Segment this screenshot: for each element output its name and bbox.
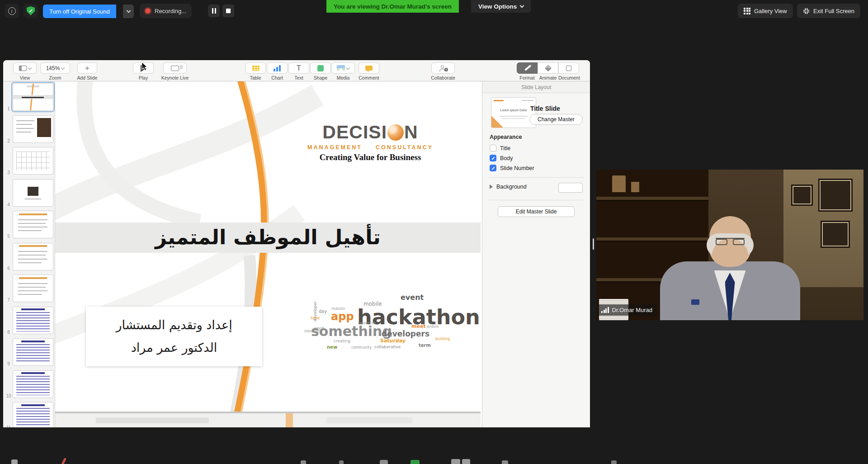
slide-thumbnail-9[interactable]: 9 [3,338,55,367]
slide-thumbnail-10[interactable]: 10 [3,370,55,399]
gallery-grid-icon [744,8,750,14]
animate-diamond-icon [544,65,552,72]
dock-icon[interactable] [11,459,18,464]
exit-fullscreen-icon [803,8,810,14]
change-master-button[interactable]: Change Master [529,114,583,125]
participant-name: Dr.Omar Murad [612,307,653,313]
gallery-view-button[interactable]: Gallery View [738,4,793,18]
gallery-view-label: Gallery View [754,8,787,14]
slide-thumbnail-2[interactable]: 2 [3,115,55,144]
keynote-live-button[interactable]: Keynote Live [158,62,192,80]
dock-icon[interactable] [502,460,508,464]
mouse-cursor [141,62,148,71]
slide-thumbnail-8[interactable]: 8 [3,307,55,336]
recording-label: Recording... [155,8,186,14]
checkbox[interactable] [490,155,496,161]
picture-frame [791,185,812,206]
dock-icon[interactable] [61,458,66,464]
animate-tab[interactable] [538,62,558,74]
document-tab[interactable] [558,62,579,74]
globe-icon [387,124,404,141]
slide-thumbnail-1[interactable]: 1 [3,83,55,112]
dock-icon[interactable] [339,460,344,464]
background-color-well[interactable] [558,183,583,193]
subtitle-textbox[interactable]: إعداد وتقديم المستشار الدكتور عمر مراد [86,307,262,366]
dock-icon[interactable] [451,459,460,464]
chart-button[interactable]: Chart [265,62,289,80]
collaborate-button[interactable]: + Collaborate [427,62,459,80]
slide-number: 1 [6,106,11,111]
disclosure-triangle-icon[interactable] [490,185,493,189]
slide-number: 10 [6,393,11,398]
view-options-button[interactable]: View Options [471,0,531,13]
wordcloud-word: community [351,346,372,350]
shield-check-icon: ✓ [27,6,35,15]
encryption-button[interactable]: ✓ [24,4,38,18]
chevron-down-icon [520,4,524,8]
meeting-info-button[interactable]: i [5,4,19,18]
comment-icon [365,66,373,71]
video-panel-handle[interactable] [593,238,594,250]
table-icon [252,65,259,71]
dock-icon[interactable] [462,459,470,464]
checkbox[interactable] [490,145,496,152]
slide-thumbnail-3[interactable]: 3 [3,147,55,176]
appearance-option-title[interactable]: Title [490,145,510,152]
edit-master-slide-button[interactable]: Edit Master Slide [498,206,575,217]
view-button[interactable]: View [13,62,37,80]
logo-tagline: Creating Value for Business [307,152,434,162]
keynote-live-icon [171,66,179,71]
slide-thumbnail-7[interactable]: 7 [3,275,55,303]
add-slide-button[interactable]: + Add Slide [75,62,100,80]
slide-thumbnail-4[interactable]: 4 [3,179,55,208]
shape-icon [317,65,324,71]
slide-thumbnail-6[interactable]: 6 [3,243,55,272]
logo-text-left: DECISI [322,123,387,142]
wordcloud-word: day [319,309,327,314]
face [709,216,751,267]
view-icon [19,66,27,71]
slide-number: 6 [6,266,11,271]
exit-fullscreen-label: Exit Full Screen [813,8,854,14]
table-button[interactable]: Table [244,62,267,80]
media-button[interactable]: Media [330,62,356,80]
inspector-header: Slide Layout [482,81,590,93]
checkbox[interactable] [490,165,496,171]
appearance-option-slide-number[interactable]: Slide Number [490,165,534,171]
stop-recording-button[interactable] [222,5,234,17]
slide-thumbnail-5[interactable]: 5 [3,211,55,240]
format-label: Format [517,75,538,80]
dock-icon[interactable] [301,460,306,464]
keynote-window: View 145% Zoom + Add Slide Play Keynote … [3,60,590,427]
document-icon [566,66,571,71]
dock-icon[interactable] [380,460,388,464]
comment-button[interactable]: Comment [356,62,382,80]
wordcloud-word: Saturday [380,338,406,343]
background-row[interactable]: Background [490,184,527,190]
wordcloud-word: meet [411,324,426,329]
chevron-down-icon [126,9,131,13]
original-sound-button[interactable]: Turn off Original Sound [43,5,116,18]
pause-recording-button[interactable] [208,5,220,17]
original-sound-dropdown[interactable] [123,5,134,18]
appearance-option-body[interactable]: Body [490,155,513,161]
zoom-control[interactable]: 145% Zoom [40,62,70,80]
master-slide-thumbnail[interactable]: Lorem Ipsum Dolor [491,97,536,128]
inspector-segment [517,62,579,74]
pocket-square [691,299,699,305]
slide-thumbnail-11[interactable]: 11 [3,402,55,427]
media-icon [337,65,345,71]
exit-fullscreen-button[interactable]: Exit Full Screen [797,4,860,18]
participant-video[interactable]: Dr.Omar Murad [596,170,863,320]
wordcloud-word: time [311,316,320,320]
format-tab[interactable] [517,62,538,74]
shape-button[interactable]: Shape [309,62,332,80]
text-button[interactable]: T Text [287,62,311,80]
decision-logo[interactable]: DECISI N MANAGEMENT CONSULTANCY Creating… [307,123,434,162]
slide-title[interactable]: تأهيل الموظف المتميز [55,225,481,249]
dock-icon[interactable] [611,460,617,464]
dock-icon[interactable] [410,460,420,464]
slide-navigator: 1234567891011 [3,81,55,427]
keynote-toolbar: View 145% Zoom + Add Slide Play Keynote … [3,60,590,81]
picture-frame [818,179,853,212]
